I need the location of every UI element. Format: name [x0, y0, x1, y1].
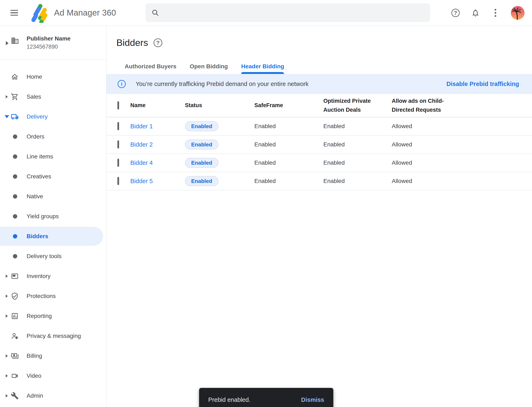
- banner-message: You’re currently trafficking Prebid dema…: [136, 81, 309, 87]
- help-icon[interactable]: ?: [451, 8, 460, 17]
- sidebar-item-sales[interactable]: Sales: [0, 87, 106, 107]
- chevron-down-icon: [5, 115, 9, 118]
- column-header-status: Status: [185, 101, 202, 110]
- page-title: Bidders: [116, 37, 148, 48]
- sidebar-item-bidders[interactable]: Bidders: [0, 226, 106, 246]
- tab-header-bidding[interactable]: Header Bidding: [241, 62, 284, 74]
- bidders-table: Name Status SafeFrame Optimized Private …: [106, 94, 532, 190]
- publisher-account-selector[interactable]: Publisher Name 1234567890: [0, 26, 106, 59]
- column-header-safeframe: SafeFrame: [254, 101, 283, 110]
- banknote-icon: [11, 352, 19, 360]
- chevron-right-icon: [6, 394, 8, 398]
- wrench-icon: [11, 392, 19, 400]
- optimized-deals-value: Enabled: [323, 123, 345, 130]
- more-options-icon[interactable]: [491, 8, 500, 17]
- bullet-icon: [13, 214, 17, 219]
- row-checkbox[interactable]: [117, 159, 119, 167]
- page-header: Bidders ?: [116, 37, 162, 48]
- sidebar-item-admin[interactable]: Admin: [0, 386, 106, 406]
- bidder-link[interactable]: Bidder 2: [130, 141, 153, 148]
- chevron-right-icon: [6, 294, 8, 298]
- search-icon: [151, 9, 159, 17]
- tab-open-bidding[interactable]: Open Bidding: [190, 62, 228, 74]
- ad-manager-logo-icon: [30, 3, 49, 23]
- notifications-icon[interactable]: [471, 8, 480, 17]
- toast-snackbar: Prebid enabled. Dismiss: [199, 388, 333, 407]
- sidebar-item-delivery[interactable]: Delivery: [0, 107, 106, 127]
- sidebar-item-reporting[interactable]: Reporting: [0, 306, 106, 326]
- child-directed-value: Allowed: [392, 159, 412, 166]
- tab-bar: Authorized Buyers Open Bidding Header Bi…: [125, 62, 284, 74]
- truck-icon: [11, 113, 19, 121]
- bidder-link[interactable]: Bidder 1: [130, 123, 153, 130]
- publisher-id: 1234567890: [27, 44, 58, 50]
- sidebar-item-yield-groups[interactable]: Yield groups: [0, 206, 106, 226]
- sidebar-item-creatives[interactable]: Creatives: [0, 166, 106, 187]
- child-directed-value: Allowed: [392, 178, 412, 184]
- toast-message: Prebid enabled.: [208, 396, 250, 403]
- cart-icon: [11, 93, 19, 101]
- sidebar-item-delivery-tools[interactable]: Delivery tools: [0, 246, 106, 266]
- safeframe-value: Enabled: [254, 159, 276, 166]
- search-bar[interactable]: [145, 3, 430, 22]
- table-row: Bidder 1 Enabled Enabled Enabled Allowed: [106, 117, 532, 136]
- sidebar: Publisher Name 1234567890 Home Sales Del…: [0, 26, 106, 407]
- app-title: Ad Manager 360: [54, 8, 116, 17]
- palm-tree-icon: [511, 6, 524, 20]
- main-content: Bidders ? Authorized Buyers Open Bidding…: [106, 26, 532, 407]
- bullet-icon: [13, 174, 17, 179]
- sidebar-item-billing[interactable]: Billing: [0, 346, 106, 366]
- safeframe-value: Enabled: [254, 141, 276, 148]
- active-tab-underline: [241, 72, 284, 74]
- status-chip: Enabled: [185, 140, 218, 149]
- bullet-icon: [13, 234, 17, 239]
- row-checkbox[interactable]: [117, 177, 119, 185]
- disable-prebid-trafficking-link[interactable]: Disable Prebid trafficking: [446, 81, 519, 87]
- column-header-allow-ads-child-directed: Allow ads on Child-Directed Requests: [392, 97, 445, 114]
- bullet-icon: [13, 134, 17, 139]
- home-icon: [11, 73, 19, 81]
- column-header-optimized-private-auction-deals: Optimized Private Auction Deals: [323, 97, 374, 114]
- row-checkbox[interactable]: [117, 122, 119, 130]
- info-banner: i You’re currently trafficking Prebid de…: [106, 74, 532, 94]
- column-header-name: Name: [130, 101, 146, 110]
- window-icon: [11, 272, 19, 280]
- building-icon: [11, 37, 19, 45]
- sidebar-item-video[interactable]: Video: [0, 366, 106, 386]
- sidebar-item-orders[interactable]: Orders: [0, 127, 106, 147]
- tab-authorized-buyers[interactable]: Authorized Buyers: [125, 62, 177, 74]
- sidebar-item-privacy-messaging[interactable]: Privacy & messaging: [0, 326, 106, 346]
- info-icon: i: [118, 80, 126, 88]
- person-shield-icon: [11, 332, 19, 340]
- shield-check-icon: [11, 292, 19, 300]
- top-app-bar: Ad Manager 360 ?: [0, 0, 532, 26]
- dismiss-button[interactable]: Dismiss: [301, 396, 324, 403]
- row-checkbox[interactable]: [117, 140, 119, 149]
- sidebar-item-home[interactable]: Home: [0, 67, 106, 87]
- account-avatar[interactable]: [511, 6, 524, 20]
- optimized-deals-value: Enabled: [323, 141, 345, 148]
- menu-icon[interactable]: [10, 8, 20, 17]
- table-row: Bidder 2 Enabled Enabled Enabled Allowed: [106, 136, 532, 154]
- optimized-deals-value: Enabled: [323, 159, 345, 166]
- search-input[interactable]: [164, 9, 424, 16]
- bidder-link[interactable]: Bidder 4: [130, 159, 153, 166]
- chevron-right-icon: [6, 354, 8, 358]
- status-chip: Enabled: [185, 158, 218, 168]
- select-all-checkbox[interactable]: [117, 101, 119, 110]
- bullet-icon: [13, 155, 17, 159]
- child-directed-value: Allowed: [392, 141, 412, 148]
- bar-chart-icon: [11, 312, 19, 320]
- sidebar-item-line-items[interactable]: Line items: [0, 147, 106, 166]
- publisher-name: Publisher Name: [27, 35, 71, 42]
- status-chip: Enabled: [185, 176, 218, 186]
- sidebar-nav: Home Sales Delivery Orders Line items Cr…: [0, 59, 106, 406]
- chevron-right-icon: [6, 374, 8, 377]
- sidebar-item-native[interactable]: Native: [0, 187, 106, 206]
- chevron-right-icon: [6, 274, 8, 278]
- sidebar-item-protections[interactable]: Protections: [0, 286, 106, 306]
- bidder-link[interactable]: Bidder 5: [130, 178, 153, 185]
- safeframe-value: Enabled: [254, 178, 276, 184]
- page-help-icon[interactable]: ?: [153, 39, 162, 47]
- sidebar-item-inventory[interactable]: Inventory: [0, 266, 106, 286]
